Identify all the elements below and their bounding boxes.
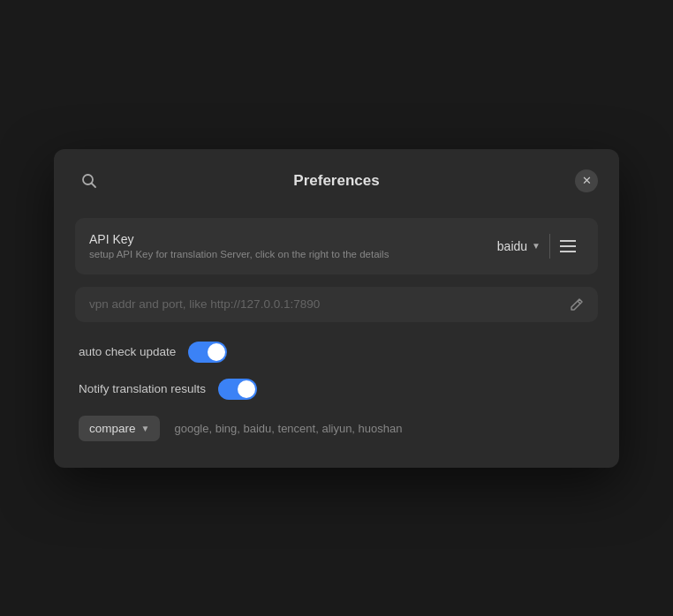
close-button[interactable]: ✕ (575, 169, 598, 192)
auto-check-update-row: auto check update (75, 342, 598, 363)
notify-translation-toggle[interactable] (218, 379, 257, 400)
vpn-input-container[interactable]: vpn addr and port, like http://127.0.0.1… (75, 287, 598, 322)
api-key-controls: baidu ▼ (488, 230, 584, 262)
toggle-knob-2 (238, 380, 255, 398)
compare-providers: google, bing, baidu, tencent, aliyun, hu… (174, 422, 402, 435)
provider-dropdown[interactable]: baidu ▼ (488, 234, 550, 259)
notify-translation-label: Notify translation results (79, 382, 206, 395)
api-key-description: setup API Key for translation Server, cl… (89, 249, 488, 259)
content-area: API Key setup API Key for translation Se… (54, 209, 619, 468)
api-key-info: API Key setup API Key for translation Se… (89, 232, 488, 259)
edit-icon[interactable] (570, 297, 584, 312)
title-bar: Preferences ✕ (54, 149, 619, 209)
notify-translation-row: Notify translation results (75, 379, 598, 400)
chevron-down-icon: ▼ (532, 241, 541, 251)
window-title: Preferences (293, 172, 379, 190)
auto-check-toggle[interactable] (188, 342, 227, 363)
compare-row: compare ▼ google, bing, baidu, tencent, … (75, 416, 598, 441)
toggle-knob (208, 343, 225, 361)
provider-label: baidu (497, 239, 527, 253)
compare-button[interactable]: compare ▼ (79, 416, 160, 441)
compare-label: compare (89, 422, 136, 435)
svg-line-5 (578, 301, 580, 304)
vpn-placeholder: vpn addr and port, like http://127.0.0.1… (89, 297, 570, 311)
api-key-card: API Key setup API Key for translation Se… (75, 218, 598, 274)
auto-check-label: auto check update (79, 345, 176, 358)
menu-button[interactable] (552, 230, 584, 262)
svg-line-1 (92, 183, 96, 187)
preferences-window: Preferences ✕ API Key setup API Key for … (54, 149, 619, 468)
search-button[interactable] (75, 167, 103, 195)
api-key-title: API Key (89, 232, 488, 246)
chevron-down-icon-compare: ▼ (141, 424, 150, 433)
